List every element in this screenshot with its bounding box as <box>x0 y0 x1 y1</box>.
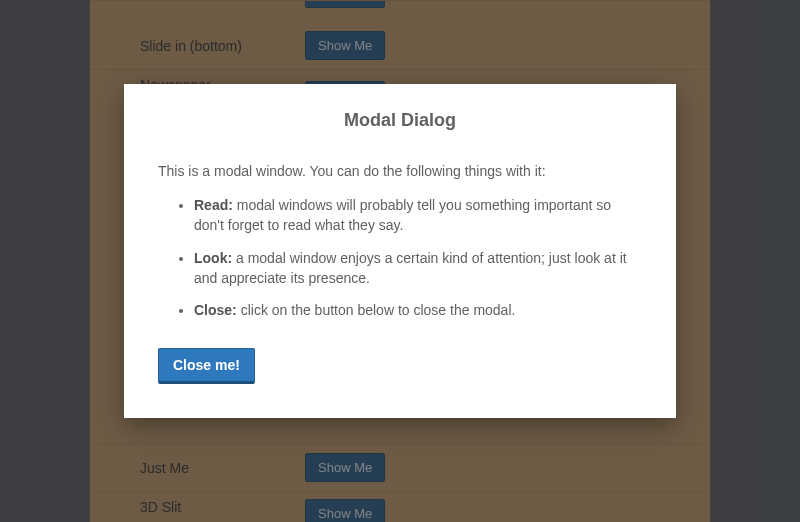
modal-dialog: Modal Dialog This is a modal window. You… <box>124 84 676 418</box>
modal-list-item: Look: a modal window enjoys a certain ki… <box>194 248 642 289</box>
modal-item-label: Read: <box>194 197 233 213</box>
modal-item-label: Look: <box>194 250 232 266</box>
modal-list: Read: modal windows will probably tell y… <box>158 195 642 320</box>
close-button[interactable]: Close me! <box>158 348 255 384</box>
modal-intro-text: This is a modal window. You can do the f… <box>158 163 642 179</box>
modal-item-text: click on the button below to close the m… <box>237 302 516 318</box>
modal-list-item: Read: modal windows will probably tell y… <box>194 195 642 236</box>
modal-item-label: Close: <box>194 302 237 318</box>
modal-item-text: modal windows will probably tell you som… <box>194 197 611 233</box>
modal-item-text: a modal window enjoys a certain kind of … <box>194 250 627 286</box>
modal-list-item: Close: click on the button below to clos… <box>194 300 642 320</box>
modal-title: Modal Dialog <box>158 110 642 131</box>
